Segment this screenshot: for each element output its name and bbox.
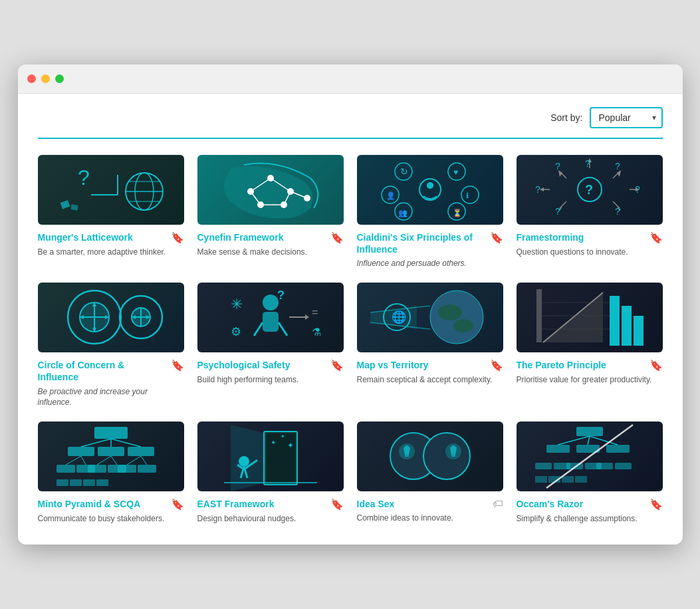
card-image-framestorming: ?	[517, 155, 663, 225]
bookmark-icon-cynefin[interactable]: 🔖	[330, 231, 344, 244]
bookmark-icon-map[interactable]: 🔖	[490, 359, 503, 372]
svg-rect-100	[536, 289, 542, 342]
svg-line-117	[66, 456, 81, 465]
card-cialdini[interactable]: ↻ ♥ 👤 ℹ 👥 ⏳ Cialdini's Six Princip	[357, 155, 503, 269]
toolbar: Sort by: Popular Newest A-Z ▾	[38, 107, 663, 128]
card-occam[interactable]: Occam's Razor 🔖 Simplify & challenge ass…	[517, 422, 663, 525]
svg-rect-144	[451, 455, 455, 457]
card-framestorming[interactable]: ?	[517, 155, 663, 269]
svg-rect-157	[615, 463, 632, 469]
svg-text:👥: 👥	[398, 208, 408, 217]
card-title-psychological: Psychological Safety	[197, 359, 326, 371]
bookmark-icon-minto[interactable]: 🔖	[171, 498, 184, 511]
card-image-pareto	[517, 283, 663, 352]
card-image-occam	[517, 422, 663, 491]
bookmark-icon-framestorming[interactable]: 🔖	[649, 231, 663, 244]
svg-point-130	[239, 456, 249, 467]
card-header-ideasex: Idea Sex 🏷	[357, 498, 503, 510]
svg-text:?: ?	[585, 158, 590, 169]
svg-line-44	[560, 201, 566, 208]
sort-select[interactable]: Popular Newest A-Z	[590, 107, 663, 128]
bookmark-icon-east[interactable]: 🔖	[330, 498, 344, 511]
close-button[interactable]	[27, 74, 36, 83]
svg-rect-146	[546, 445, 570, 453]
svg-rect-116	[138, 465, 156, 473]
svg-rect-111	[57, 465, 75, 473]
bookmark-icon-psychological[interactable]: 🔖	[330, 359, 344, 372]
card-image-map: 🌐	[357, 283, 503, 352]
card-header-cialdini: Cialdini's Six Principles of Influence 🔖	[357, 231, 503, 255]
svg-text:👤: 👤	[386, 191, 396, 200]
card-image-munger: ?	[38, 155, 184, 225]
bookmark-icon-munger[interactable]: 🔖	[171, 231, 184, 244]
svg-rect-107	[128, 447, 154, 456]
svg-rect-104	[94, 427, 128, 439]
svg-line-150	[588, 436, 590, 445]
svg-line-121	[127, 456, 141, 465]
svg-rect-126	[96, 479, 108, 486]
svg-rect-124	[70, 479, 82, 486]
svg-text:?: ?	[615, 206, 620, 217]
card-minto[interactable]: Minto Pyramid & SCQA 🔖 Communicate to bu…	[38, 422, 184, 525]
svg-point-22	[419, 179, 441, 200]
bookmark-icon-cialdini[interactable]: 🔖	[490, 231, 503, 244]
card-title-east: EAST Framework	[197, 498, 326, 510]
card-image-minto	[38, 422, 184, 491]
svg-rect-125	[83, 479, 95, 486]
svg-text:?: ?	[277, 289, 285, 302]
svg-text:?: ?	[535, 184, 540, 195]
card-title-ideasex: Idea Sex	[357, 498, 489, 510]
bookmark-icon-ideasex[interactable]: 🏷	[493, 498, 503, 510]
card-ideasex[interactable]: Idea Sex 🏷 Combine ideas to innovate.	[357, 422, 503, 525]
card-image-psychological: ✳ ? = ⚙	[197, 283, 344, 352]
svg-text:?: ?	[615, 161, 620, 172]
svg-text:?: ?	[555, 161, 560, 172]
card-map[interactable]: 🌐 Map vs Territory 🔖 Remain sceptical & …	[357, 283, 503, 408]
svg-text:ℹ: ℹ	[466, 191, 469, 199]
svg-text:?: ?	[78, 166, 90, 189]
svg-text:?: ?	[585, 182, 593, 197]
card-circle[interactable]: Circle of Concern & Influence 🔖 Be proac…	[38, 283, 184, 408]
card-header-cynefin: Cynefin Framework 🔖	[197, 231, 344, 244]
card-desc-ideasex: Combine ideas to innovate.	[357, 513, 503, 524]
card-munger[interactable]: ? Munger's Lattice	[38, 155, 184, 269]
card-desc-pareto: Prioritise value for greater productivit…	[517, 374, 663, 386]
svg-line-79	[279, 322, 287, 336]
sort-label: Sort by:	[550, 112, 582, 123]
card-title-cialdini: Cialdini's Six Principles of Influence	[357, 231, 486, 255]
card-desc-framestorming: Question questions to innovate.	[517, 247, 663, 258]
svg-point-140	[423, 433, 470, 479]
maximize-button[interactable]	[55, 74, 64, 83]
card-image-cynefin	[197, 155, 344, 225]
svg-text:✦: ✦	[287, 441, 294, 450]
card-header-munger: Munger's Latticework 🔖	[38, 231, 184, 244]
card-title-pareto: The Pareto Principle	[517, 359, 645, 371]
bookmark-icon-pareto[interactable]: 🔖	[649, 359, 663, 372]
card-east[interactable]: ✦ ✦ ✦ EAST Framework 🔖 Design behavioura…	[197, 422, 344, 525]
svg-rect-123	[57, 479, 68, 486]
svg-rect-115	[118, 465, 136, 473]
svg-text:?: ?	[635, 184, 640, 195]
svg-line-151	[590, 436, 618, 445]
card-title-map: Map vs Territory	[357, 359, 486, 371]
svg-text:⚙: ⚙	[231, 325, 241, 338]
svg-line-120	[111, 456, 117, 465]
svg-rect-148	[606, 445, 630, 453]
svg-rect-95	[610, 296, 620, 346]
card-pareto[interactable]: The Pareto Principle 🔖 Prioritise value …	[517, 283, 663, 408]
card-desc-psychological: Build high performing teams.	[197, 374, 344, 386]
card-psychological[interactable]: ✳ ? = ⚙	[197, 283, 344, 408]
card-cynefin[interactable]: Cynefin Framework 🔖 Make sense & make de…	[197, 155, 344, 269]
card-desc-east: Design behavioural nudges.	[197, 513, 344, 525]
titlebar	[18, 64, 683, 94]
card-image-cialdini: ↻ ♥ 👤 ℹ 👥 ⏳	[357, 155, 503, 225]
card-image-circle	[38, 283, 184, 352]
svg-text:⏳: ⏳	[453, 208, 462, 217]
bookmark-icon-occam[interactable]: 🔖	[649, 498, 663, 511]
card-image-east: ✦ ✦ ✦	[197, 422, 344, 491]
minimize-button[interactable]	[41, 74, 50, 83]
bookmark-icon-circle[interactable]: 🔖	[171, 359, 184, 372]
card-header-circle: Circle of Concern & Influence 🔖	[38, 359, 184, 383]
svg-rect-106	[98, 447, 124, 456]
svg-marker-43	[540, 187, 544, 191]
